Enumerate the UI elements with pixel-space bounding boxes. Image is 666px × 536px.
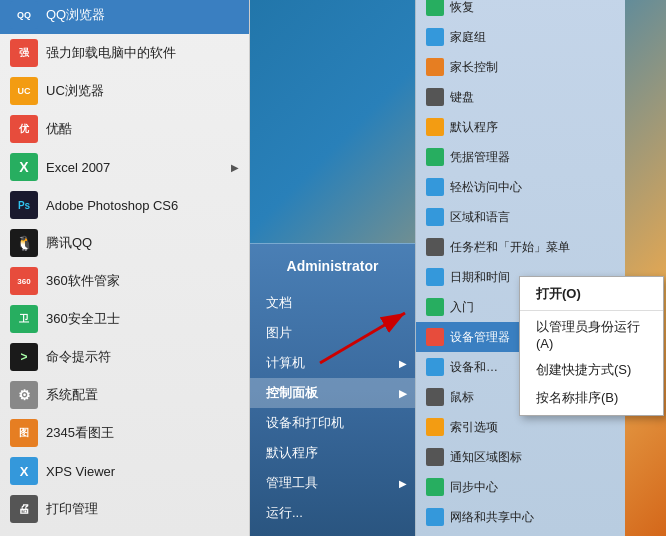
app-item-2345-viewer[interactable]: 图2345看图王 xyxy=(0,414,249,452)
cp-icon-network-share xyxy=(426,508,444,526)
app-item-youku[interactable]: 优优酷 xyxy=(0,110,249,148)
context-menu: 打开(O)以管理员身份运行(A)创建快捷方式(S)按名称排序(B) xyxy=(519,276,664,416)
mid-item-devices[interactable]: 设备和打印机 xyxy=(250,408,415,438)
app-icon-cmd: > xyxy=(10,343,38,371)
mid-label-documents: 文档 xyxy=(266,294,292,312)
cp-item-taskbar-start[interactable]: 任务栏和「开始」菜单 xyxy=(416,232,625,262)
cp-item-default-prog[interactable]: 默认程序 xyxy=(416,112,625,142)
app-icon-2345-viewer: 图 xyxy=(10,419,38,447)
mid-label-default-programs: 默认程序 xyxy=(266,444,318,462)
mid-label-control-panel: 控制面板 xyxy=(266,384,318,402)
left-panel: QQQQ浏览器强强力卸载电脑中的软件UCUC浏览器优优酷XExcel 2007▶… xyxy=(0,0,250,536)
app-label-360-guard: 360安全卫士 xyxy=(46,310,239,328)
app-item-uninstall[interactable]: 强强力卸载电脑中的软件 xyxy=(0,34,249,72)
app-label-sys-config: 系统配置 xyxy=(46,386,239,404)
mid-item-mgmt-tools[interactable]: 管理工具▶ xyxy=(250,468,415,498)
mid-label-run: 运行... xyxy=(266,504,303,522)
cp-label-index-options: 索引选项 xyxy=(450,419,498,436)
cp-label-recovery: 恢复 xyxy=(450,0,474,16)
cp-item-homegroup[interactable]: 家庭组 xyxy=(416,22,625,52)
cp-item-sync-center[interactable]: 同步中心 xyxy=(416,472,625,502)
cp-icon-mouse xyxy=(426,388,444,406)
cp-item-region-lang[interactable]: 区域和语言 xyxy=(416,202,625,232)
desktop: QQQQ浏览器强强力卸载电脑中的软件UCUC浏览器优优酷XExcel 2007▶… xyxy=(0,0,666,536)
cp-label-region-lang: 区域和语言 xyxy=(450,209,510,226)
app-item-sys-config[interactable]: ⚙系统配置 xyxy=(0,376,249,414)
app-icon-360-manager: 360 xyxy=(10,267,38,295)
app-label-qq-browser: QQ浏览器 xyxy=(46,6,239,24)
app-icon-qq-browser: QQ xyxy=(10,1,38,29)
mid-item-documents[interactable]: 文档 xyxy=(250,288,415,318)
app-icon-photoshop: Ps xyxy=(10,191,38,219)
app-label-uc-browser: UC浏览器 xyxy=(46,82,239,100)
cp-icon-ease-access xyxy=(426,178,444,196)
cp-item-parental[interactable]: 家长控制 xyxy=(416,52,625,82)
app-item-photoshop[interactable]: PsAdobe Photoshop CS6 xyxy=(0,186,249,224)
ctx-item-run-admin[interactable]: 以管理员身份运行(A) xyxy=(520,313,663,356)
cp-icon-device-autoplay xyxy=(426,358,444,376)
cp-icon-index-options xyxy=(426,418,444,436)
chevron-right-icon: ▶ xyxy=(399,388,407,399)
ctx-item-create-shortcut[interactable]: 创建快捷方式(S) xyxy=(520,356,663,384)
cp-label-intro: 入门 xyxy=(450,299,474,316)
mid-item-run[interactable]: 运行... xyxy=(250,498,415,528)
middle-panel: Administrator文档图片计算机▶控制面板▶设备和打印机默认程序管理工具… xyxy=(250,243,415,536)
cp-icon-device-manager xyxy=(426,328,444,346)
cp-icon-intro xyxy=(426,298,444,316)
app-icon-sys-config: ⚙ xyxy=(10,381,38,409)
mid-label-pictures: 图片 xyxy=(266,324,292,342)
app-item-tencent-qq[interactable]: 🐧腾讯QQ xyxy=(0,224,249,262)
cp-icon-credential xyxy=(426,148,444,166)
app-icon-print-mgr: 🖨 xyxy=(10,495,38,523)
user-name: Administrator xyxy=(250,252,415,288)
app-item-print-mgr[interactable]: 🖨打印管理 xyxy=(0,490,249,528)
ctx-item-open[interactable]: 打开(O) xyxy=(520,280,663,308)
cp-item-index-options[interactable]: 索引选项 xyxy=(416,412,625,442)
app-label-xps-viewer: XPS Viewer xyxy=(46,464,239,479)
chevron-right-icon: ▶ xyxy=(399,478,407,489)
app-icon-uc-browser: UC xyxy=(10,77,38,105)
start-menu: QQQQ浏览器强强力卸载电脑中的软件UCUC浏览器优优酷XExcel 2007▶… xyxy=(0,0,625,536)
cp-label-datetime: 日期和时间 xyxy=(450,269,510,286)
cp-item-network-share[interactable]: 网络和共享中心 xyxy=(416,502,625,532)
ctx-item-rename[interactable]: 按名称排序(B) xyxy=(520,384,663,412)
cp-icon-notify-area xyxy=(426,448,444,466)
mid-item-pictures[interactable]: 图片 xyxy=(250,318,415,348)
cp-label-device-manager: 设备管理器 xyxy=(450,329,510,346)
right-panel: 操作中心程序和功能电话和调制解调器电源选项个性化管理工具恢复家庭组家长控制键盘默… xyxy=(415,0,625,536)
cp-label-sync-center: 同步中心 xyxy=(450,479,498,496)
mid-item-computer[interactable]: 计算机▶ xyxy=(250,348,415,378)
app-item-xps-viewer[interactable]: XXPS Viewer xyxy=(0,452,249,490)
cp-label-default-prog: 默认程序 xyxy=(450,119,498,136)
app-item-360-manager[interactable]: 360360软件管家 xyxy=(0,262,249,300)
app-icon-uninstall: 强 xyxy=(10,39,38,67)
mid-label-devices: 设备和打印机 xyxy=(266,414,344,432)
cp-item-notify-area[interactable]: 通知区域图标 xyxy=(416,442,625,472)
app-item-qq-browser[interactable]: QQQQ浏览器 xyxy=(0,0,249,34)
cp-icon-recovery xyxy=(426,0,444,16)
cp-item-ease-access[interactable]: 轻松访问中心 xyxy=(416,172,625,202)
app-item-cmd[interactable]: >命令提示符 xyxy=(0,338,249,376)
app-label-youku: 优酷 xyxy=(46,120,239,138)
cp-item-keyboard[interactable]: 键盘 xyxy=(416,82,625,112)
cp-item-credential[interactable]: 凭据管理器 xyxy=(416,142,625,172)
app-label-cmd: 命令提示符 xyxy=(46,348,239,366)
cp-icon-parental xyxy=(426,58,444,76)
app-icon-tencent-qq: 🐧 xyxy=(10,229,38,257)
cp-icon-sync-center xyxy=(426,478,444,496)
app-label-excel: Excel 2007 xyxy=(46,160,227,175)
cp-icon-region-lang xyxy=(426,208,444,226)
mid-item-control-panel[interactable]: 控制面板▶ xyxy=(250,378,415,408)
cp-icon-default-prog xyxy=(426,118,444,136)
cp-label-parental: 家长控制 xyxy=(450,59,498,76)
mid-item-default-programs[interactable]: 默认程序 xyxy=(250,438,415,468)
cp-item-recovery[interactable]: 恢复 xyxy=(416,0,625,22)
app-label-photoshop: Adobe Photoshop CS6 xyxy=(46,198,239,213)
app-label-360-manager: 360软件管家 xyxy=(46,272,239,290)
mid-label-computer: 计算机 xyxy=(266,354,305,372)
cp-label-notify-area: 通知区域图标 xyxy=(450,449,522,466)
app-item-uc-browser[interactable]: UCUC浏览器 xyxy=(0,72,249,110)
cp-icon-homegroup xyxy=(426,28,444,46)
app-item-360-guard[interactable]: 卫360安全卫士 xyxy=(0,300,249,338)
app-item-excel[interactable]: XExcel 2007▶ xyxy=(0,148,249,186)
